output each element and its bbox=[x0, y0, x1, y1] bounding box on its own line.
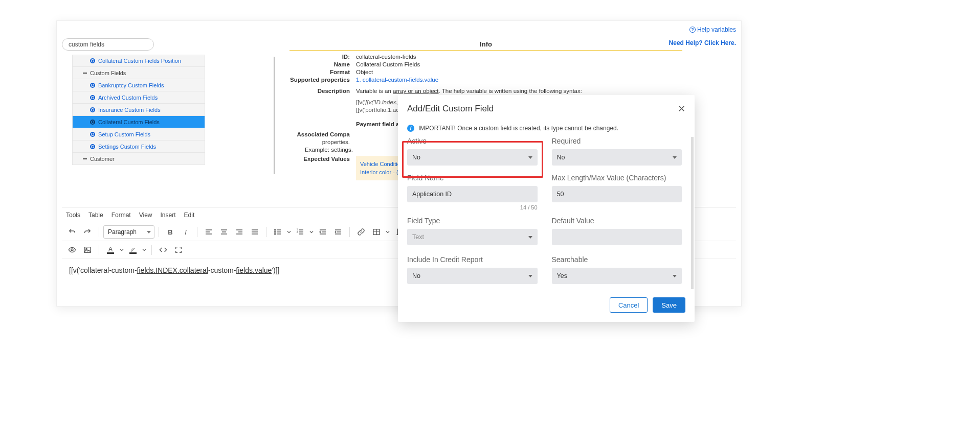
svg-point-6 bbox=[71, 249, 73, 251]
sidebar-item-label: Settings Custom Fields bbox=[98, 144, 156, 150]
outdent-button[interactable] bbox=[316, 225, 330, 239]
save-button[interactable]: Save bbox=[653, 297, 685, 313]
style-dropdown[interactable]: Paragraph bbox=[103, 225, 154, 239]
minus-icon bbox=[83, 73, 87, 74]
sidebar-item-label: Insurance Custom Fields bbox=[98, 107, 161, 113]
preview-button[interactable] bbox=[65, 243, 79, 256]
menu-format[interactable]: Format bbox=[112, 212, 131, 219]
sidebar-item-label: Custom Fields bbox=[90, 70, 126, 76]
field-type-select[interactable]: Text bbox=[407, 229, 538, 245]
label-include-credit: Include In Credit Report bbox=[407, 255, 538, 264]
info-format-value: Object bbox=[356, 69, 678, 75]
radio-icon bbox=[90, 144, 95, 149]
info-label-supported: Supported properties bbox=[289, 77, 356, 83]
include-credit-select[interactable]: No bbox=[407, 268, 538, 284]
active-select[interactable]: No bbox=[407, 149, 538, 166]
text-color-caret[interactable] bbox=[119, 243, 125, 256]
expected-link-0[interactable]: Vehicle Conditio bbox=[360, 161, 400, 167]
close-icon[interactable]: ✕ bbox=[678, 103, 685, 114]
cancel-button[interactable]: Cancel bbox=[610, 297, 648, 313]
info-header: Info bbox=[289, 40, 682, 51]
sidebar-item-3[interactable]: Archived Custom Fields bbox=[72, 91, 205, 104]
assoc-line-2: properties. bbox=[289, 139, 356, 145]
info-label-description: Description bbox=[289, 88, 356, 94]
radio-icon bbox=[90, 120, 95, 125]
info-label-associated: Associated Compa bbox=[289, 131, 356, 137]
searchable-select[interactable]: Yes bbox=[552, 268, 682, 284]
sidebar-item-4[interactable]: Insurance Custom Fields bbox=[72, 104, 205, 116]
align-center-button[interactable] bbox=[217, 225, 231, 239]
required-select[interactable]: No bbox=[552, 149, 682, 166]
menu-tools[interactable]: Tools bbox=[66, 212, 80, 219]
link-button[interactable] bbox=[354, 225, 368, 239]
bullet-list-caret[interactable] bbox=[286, 225, 292, 239]
label-searchable: Searchable bbox=[552, 255, 682, 264]
field-name-input[interactable]: Application ID bbox=[407, 186, 538, 202]
bold-button[interactable]: B bbox=[163, 225, 177, 239]
info-label-name: Name bbox=[289, 61, 356, 67]
modal-alert: i IMPORTANT! Once a custom field is crea… bbox=[398, 120, 695, 137]
description-text: Variable is an array or an object. The h… bbox=[356, 88, 678, 94]
menu-view[interactable]: View bbox=[139, 212, 152, 219]
menu-table[interactable]: Table bbox=[88, 212, 103, 219]
bullet-list-button[interactable] bbox=[271, 225, 285, 239]
minus-icon bbox=[83, 158, 87, 159]
sidebar-item-0[interactable]: Collateral Custom Fields Position bbox=[72, 55, 205, 67]
label-default-value: Default Value bbox=[552, 217, 682, 225]
field-name-hint: 14 / 50 bbox=[407, 202, 538, 210]
align-right-button[interactable] bbox=[232, 225, 247, 239]
sidebar-item-5[interactable]: Collateral Custom Fields bbox=[72, 116, 205, 128]
svg-point-0 bbox=[275, 229, 276, 230]
label-field-name: Field Name * bbox=[407, 174, 538, 182]
undo-button[interactable] bbox=[65, 225, 79, 239]
sidebar-item-8[interactable]: Customer bbox=[72, 153, 205, 165]
numbered-list-caret[interactable] bbox=[308, 225, 315, 239]
sidebar: Collateral Custom Fields PositionCustom … bbox=[72, 55, 205, 165]
sidebar-item-label: Customer bbox=[90, 156, 115, 162]
default-value-input[interactable] bbox=[552, 229, 682, 245]
svg-point-1 bbox=[275, 231, 276, 232]
menu-insert[interactable]: Insert bbox=[161, 212, 176, 219]
sidebar-item-label: Archived Custom Fields bbox=[98, 95, 158, 101]
svg-point-2 bbox=[275, 233, 276, 235]
menu-edit[interactable]: Edit bbox=[184, 212, 195, 219]
italic-button[interactable]: I bbox=[179, 225, 193, 239]
image-button[interactable] bbox=[80, 243, 95, 256]
modal-title: Add/Edit Custom Field bbox=[407, 104, 494, 114]
label-active: Active bbox=[407, 137, 538, 145]
max-length-input[interactable]: 50 bbox=[552, 186, 682, 202]
sidebar-item-1[interactable]: Custom Fields bbox=[72, 67, 205, 79]
text-color-button[interactable]: A bbox=[103, 243, 118, 256]
redo-button[interactable] bbox=[80, 225, 95, 239]
modal-alert-text: IMPORTANT! Once a custom field is create… bbox=[418, 125, 618, 132]
radio-icon bbox=[90, 107, 95, 112]
help-variables-label: Help variables bbox=[697, 26, 736, 33]
table-caret[interactable] bbox=[385, 225, 391, 239]
expected-link-1[interactable]: Interior color - (I bbox=[360, 169, 400, 175]
sidebar-item-7[interactable]: Settings Custom Fields bbox=[72, 140, 205, 153]
label-required: Required bbox=[552, 137, 682, 145]
highlight-caret[interactable] bbox=[141, 243, 147, 256]
help-variables-link[interactable]: ? Help variables bbox=[689, 26, 736, 33]
sidebar-item-label: Collateral Custom Fields Position bbox=[98, 58, 181, 64]
radio-icon bbox=[90, 58, 95, 63]
radio-icon bbox=[90, 132, 95, 137]
sidebar-item-2[interactable]: Bankruptcy Custom Fields bbox=[72, 79, 205, 91]
sidebar-item-6[interactable]: Setup Custom Fields bbox=[72, 128, 205, 140]
info-label-expected: Expected Values bbox=[289, 156, 356, 180]
radio-icon bbox=[90, 95, 95, 100]
info-name-value: Collateral Custom Fields bbox=[356, 61, 678, 67]
highlight-button[interactable] bbox=[126, 243, 140, 256]
search-input[interactable] bbox=[62, 38, 154, 51]
info-icon: i bbox=[407, 125, 414, 132]
numbered-list-button[interactable]: 12 bbox=[293, 225, 307, 239]
align-left-button[interactable] bbox=[202, 225, 216, 239]
table-button[interactable] bbox=[369, 225, 384, 239]
label-field-type: Field Type bbox=[407, 217, 538, 225]
fullscreen-button[interactable] bbox=[171, 243, 186, 256]
code-button[interactable] bbox=[156, 243, 170, 256]
indent-button[interactable] bbox=[331, 225, 345, 239]
supported-property-link[interactable]: 1. collateral-custom-fields.value bbox=[356, 77, 438, 83]
align-justify-button[interactable] bbox=[248, 225, 262, 239]
sidebar-item-label: Bankruptcy Custom Fields bbox=[98, 82, 164, 88]
